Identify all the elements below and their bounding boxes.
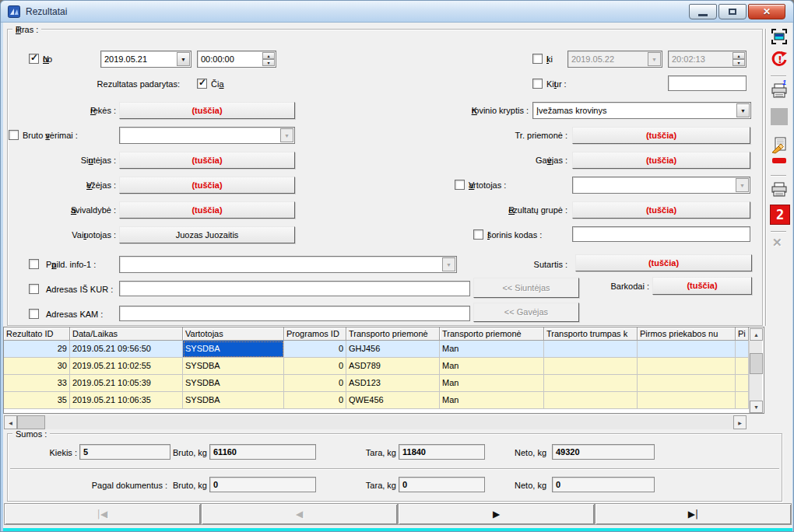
cell[interactable]: SYSDBA — [183, 375, 284, 392]
isorinis-kodas-input[interactable] — [572, 226, 750, 242]
gavejas-button[interactable]: (tuščia) — [572, 152, 750, 169]
titlebar[interactable]: Rezultatai ✕ — [1, 1, 793, 23]
table-row[interactable]: 29 2019.05.21 09:56:50 SYSDBA 0 GHJ456 M… — [4, 341, 764, 358]
vertical-scrollbar[interactable]: ▲ ▼ — [749, 341, 762, 413]
cell[interactable]: Man — [440, 341, 544, 358]
cell[interactable]: SYSDBA — [183, 392, 284, 409]
papild-info-select[interactable]: ▼ — [119, 256, 457, 273]
krovinio-kryptis-select[interactable]: Įvežamas krovinys ▼ — [532, 102, 751, 119]
mode-two-button[interactable]: 2 — [770, 205, 790, 225]
scroll-right-button[interactable]: ▶ — [733, 415, 747, 429]
column-header[interactable]: Rezultato ID — [4, 327, 70, 341]
next-record-button[interactable]: ▶ — [398, 503, 595, 525]
fit-window-button[interactable] — [769, 26, 789, 47]
cell[interactable]: 29 — [4, 341, 70, 358]
cia-checkbox[interactable]: ✓ — [197, 79, 207, 89]
cell[interactable] — [638, 341, 736, 358]
scrollbar-thumb[interactable] — [750, 353, 763, 374]
vezejas-button[interactable]: (tuščia) — [119, 177, 295, 194]
spin-down-icon[interactable]: ▾ — [262, 59, 275, 66]
cell[interactable]: SYSDBA — [183, 358, 284, 375]
cell[interactable]: 2019.05.21 09:56:50 — [70, 341, 183, 358]
scroll-down-button[interactable]: ▼ — [750, 401, 763, 413]
maximize-button[interactable] — [718, 4, 747, 19]
chevron-down-icon[interactable]: ▼ — [177, 52, 190, 66]
cell[interactable] — [638, 358, 736, 375]
cell[interactable]: 30 — [4, 358, 70, 375]
nuo-checkbox[interactable]: ✓ — [29, 54, 39, 64]
cell[interactable] — [544, 358, 638, 375]
cell[interactable]: GHJ456 — [346, 341, 440, 358]
tr-priemone-button[interactable]: (tuščia) — [572, 127, 750, 144]
kitur-checkbox[interactable] — [532, 79, 543, 89]
prekes-button[interactable]: (tuščia) — [119, 102, 295, 119]
minimize-button[interactable] — [689, 4, 717, 19]
nuo-date-select[interactable]: 2019.05.21 ▼ — [100, 51, 191, 68]
cell[interactable]: 0 — [284, 392, 346, 409]
cell[interactable]: ASD123 — [346, 375, 440, 392]
cell[interactable] — [544, 375, 638, 392]
siuntejas-button[interactable]: (tuščia) — [119, 152, 295, 169]
cell[interactable]: Man — [440, 375, 544, 392]
cell[interactable]: 35 — [4, 392, 70, 409]
iki-checkbox[interactable] — [532, 54, 543, 64]
cell[interactable] — [736, 341, 749, 358]
adresas-is-kur-input[interactable] — [119, 281, 470, 296]
cell[interactable]: 0 — [284, 341, 346, 358]
isorinis-kodas-checkbox[interactable] — [473, 229, 483, 240]
table-row[interactable]: 33 2019.05.21 10:05:39 SYSDBA 0 ASD123 M… — [4, 375, 764, 392]
remove-icon[interactable] — [772, 158, 786, 163]
column-header[interactable]: Transporto priemonė — [440, 327, 544, 341]
results-grid[interactable]: Rezultato ID Data/Laikas Vartotojas Prog… — [3, 327, 764, 414]
column-header[interactable]: Vartotojas — [183, 327, 284, 341]
cell[interactable]: 2019.05.21 10:06:35 — [70, 392, 183, 409]
cell[interactable]: Man — [440, 392, 544, 409]
sutartis-button[interactable]: (tuščia) — [575, 254, 752, 271]
cell[interactable]: 0 — [284, 375, 346, 392]
cell[interactable] — [544, 392, 638, 409]
column-header[interactable]: Transporto trumpas k — [544, 327, 638, 341]
adresas-kam-checkbox[interactable] — [29, 309, 39, 319]
print-button[interactable] — [769, 180, 789, 200]
nuo-time-spinner[interactable]: 00:00:00 ▴▾ — [197, 51, 276, 68]
cell[interactable]: 0 — [284, 358, 346, 375]
cell[interactable]: QWE456 — [346, 392, 440, 409]
horizontal-scrollbar[interactable]: ◀ ▶ — [4, 415, 747, 429]
edit-document-button[interactable] — [769, 135, 789, 156]
cell[interactable] — [736, 392, 749, 409]
cell[interactable]: ASD789 — [346, 358, 440, 375]
refresh-button[interactable]: ! — [769, 49, 789, 69]
last-record-button[interactable]: ▶| — [595, 503, 792, 525]
scroll-up-button[interactable]: ▲ — [750, 328, 763, 341]
papild-info-checkbox[interactable] — [29, 259, 39, 269]
cell[interactable] — [544, 341, 638, 358]
vairuotojas-button[interactable]: Juozas Juozaitis — [119, 226, 295, 243]
bruto-sverimai-checkbox[interactable] — [9, 130, 19, 140]
column-header[interactable]: Data/Laikas — [70, 327, 183, 341]
cell[interactable] — [736, 358, 749, 375]
table-row[interactable]: 30 2019.05.21 10:02:55 SYSDBA 0 ASD789 M… — [4, 358, 764, 375]
cell[interactable] — [638, 392, 736, 409]
column-header[interactable]: Programos ID — [284, 327, 346, 341]
close-button[interactable]: ✕ — [748, 4, 785, 19]
adresas-is-kur-checkbox[interactable] — [29, 284, 39, 294]
adresas-kam-input[interactable] — [119, 306, 470, 321]
kitur-input[interactable] — [668, 75, 747, 91]
spin-up-icon[interactable]: ▴ — [262, 52, 275, 59]
print-preview-button[interactable] — [769, 81, 789, 101]
table-row[interactable]: 35 2019.05.21 10:06:35 SYSDBA 0 QWE456 M… — [4, 392, 764, 409]
focused-cell[interactable]: SYSDBA — [183, 341, 284, 358]
cell[interactable]: 33 — [4, 375, 70, 392]
cell[interactable]: Man — [440, 358, 544, 375]
barkodai-button[interactable]: (tuščia) — [652, 277, 752, 295]
chevron-down-icon[interactable]: ▼ — [736, 103, 750, 117]
vartotojas-checkbox[interactable] — [455, 180, 465, 190]
savivaldybe-button[interactable]: (tuščia) — [119, 201, 295, 219]
scroll-left-button[interactable]: ◀ — [4, 415, 17, 429]
cell[interactable] — [638, 375, 736, 392]
column-header[interactable]: Transporto priemonė — [346, 327, 440, 341]
column-header[interactable]: Pi — [736, 327, 749, 341]
cell[interactable] — [736, 375, 749, 392]
column-header[interactable]: Pirmos priekabos nu — [638, 327, 736, 341]
cell[interactable]: 2019.05.21 10:02:55 — [70, 358, 183, 375]
